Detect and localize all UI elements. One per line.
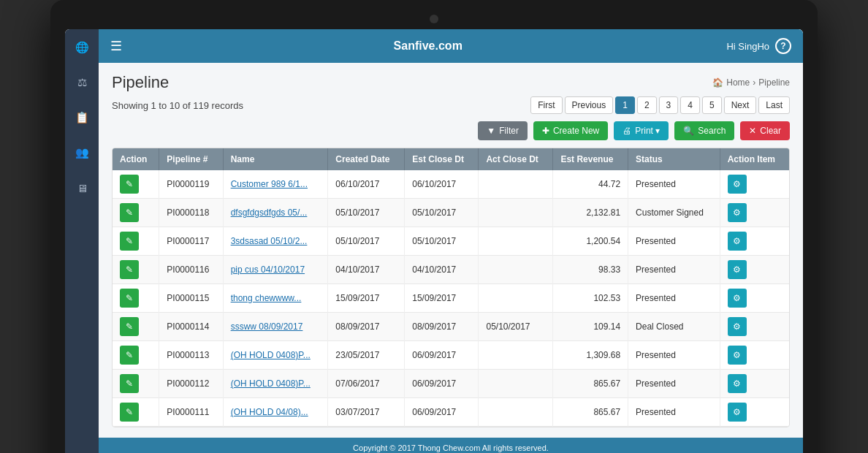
cell-act-close (479, 284, 553, 313)
edit-button[interactable]: ✎ (120, 175, 139, 194)
cell-revenue: 109.14 (553, 313, 628, 341)
sidebar-icon-monitor[interactable]: 🖥 (71, 177, 93, 199)
breadcrumb-separator: › (753, 77, 755, 88)
cell-created: 23/05/2017 (328, 341, 405, 370)
cell-est-close: 06/09/2017 (405, 370, 479, 398)
name-link[interactable]: (OH HOLD 04/08)... (231, 407, 308, 417)
table-row: ✎ PI0000118 dfsgfdgsdfgds 05/... 05/10/2… (113, 199, 789, 227)
records-info: Showing 1 to 10 of 119 records (112, 100, 243, 111)
cell-pipeline: PI0000113 (159, 341, 223, 370)
pagination-next[interactable]: Next (724, 96, 757, 114)
cell-action-item: ⚙ (720, 256, 789, 284)
name-link[interactable]: (OH HOLD 0408)P... (231, 350, 311, 360)
cell-name: (OH HOLD 0408)P... (223, 341, 328, 370)
pagination-last[interactable]: Last (758, 96, 790, 114)
cell-action: ✎ (113, 341, 159, 370)
table-row: ✎ PI0000111 (OH HOLD 04/08)... 03/07/201… (113, 398, 789, 427)
table-row: ✎ PI0000117 3sdsasad 05/10/2... 05/10/20… (113, 227, 789, 256)
cell-created: 03/07/2017 (328, 398, 405, 427)
edit-button[interactable]: ✎ (120, 346, 139, 365)
cell-est-close: 04/10/2017 (405, 256, 479, 284)
breadcrumb: 🏠 Home › Pipeline (712, 77, 790, 88)
action-item-button[interactable]: ⚙ (728, 317, 747, 336)
cell-revenue: 1,200.54 (553, 227, 628, 256)
col-action: Action (113, 148, 159, 170)
sidebar-icon-people[interactable]: 👥 (71, 142, 93, 164)
clear-button[interactable]: ✕ Clear (740, 121, 790, 140)
pagination-first[interactable]: First (530, 96, 562, 114)
help-button[interactable]: ? (775, 38, 791, 54)
action-item-button[interactable]: ⚙ (728, 232, 747, 251)
cell-action-item: ⚙ (720, 341, 789, 370)
pagination-previous[interactable]: Previous (565, 96, 614, 114)
search-button[interactable]: 🔍 Search (674, 121, 734, 140)
user-greeting: Hi SingHo (726, 41, 769, 52)
cell-status: Presented (628, 227, 720, 256)
cell-pipeline: PI0000114 (159, 313, 223, 341)
cell-action: ✎ (113, 398, 159, 427)
page-header: Pipeline 🏠 Home › Pipeline (112, 73, 790, 92)
edit-button[interactable]: ✎ (120, 403, 139, 422)
cell-pipeline: PI0000112 (159, 370, 223, 398)
name-link[interactable]: 3sdsasad 05/10/2... (231, 236, 308, 246)
name-link[interactable]: Customer 989 6/1... (231, 179, 308, 189)
action-item-button[interactable]: ⚙ (728, 203, 747, 222)
table-row: ✎ PI0000114 sssww 08/09/2017 08/09/2017 … (113, 313, 789, 341)
cell-status: Presented (628, 256, 720, 284)
breadcrumb-home[interactable]: Home (726, 77, 750, 88)
action-item-button[interactable]: ⚙ (728, 289, 747, 308)
edit-button[interactable]: ✎ (120, 203, 139, 222)
navbar: ☰ Sanfive.com Hi SingHo ? (99, 29, 803, 63)
cell-pipeline: PI0000118 (159, 199, 223, 227)
cell-act-close (479, 199, 553, 227)
name-link[interactable]: (OH HOLD 0408)P... (231, 378, 311, 389)
cell-created: 06/10/2017 (328, 170, 405, 199)
edit-button[interactable]: ✎ (120, 317, 139, 336)
cell-action-item: ⚙ (720, 313, 789, 341)
cell-action: ✎ (113, 370, 159, 398)
pagination-row: Showing 1 to 10 of 119 records First Pre… (112, 96, 790, 114)
table-row: ✎ PI0000113 (OH HOLD 0408)P... 23/05/201… (113, 341, 789, 370)
name-link[interactable]: pip cus 04/10/2017 (231, 264, 305, 275)
home-icon: 🏠 (712, 77, 723, 88)
pagination-page-2[interactable]: 2 (637, 96, 657, 114)
filter-button[interactable]: ▼ Filter (478, 121, 528, 140)
cell-name: (OH HOLD 04/08)... (223, 398, 328, 427)
search-icon: 🔍 (683, 126, 694, 136)
cell-act-close: 05/10/2017 (479, 313, 553, 341)
pagination-page-1[interactable]: 1 (615, 96, 635, 114)
action-item-button[interactable]: ⚙ (728, 175, 747, 194)
cell-est-close: 06/09/2017 (405, 341, 479, 370)
menu-hamburger-icon[interactable]: ☰ (110, 38, 122, 54)
pagination-page-4[interactable]: 4 (680, 96, 700, 114)
name-link[interactable]: sssww 08/09/2017 (231, 321, 303, 332)
action-item-button[interactable]: ⚙ (728, 374, 747, 393)
col-pipeline: Pipeline # (159, 148, 223, 170)
sidebar-icon-balance[interactable]: ⚖ (71, 72, 93, 94)
cell-status: Presented (628, 341, 720, 370)
cell-action: ✎ (113, 256, 159, 284)
action-item-button[interactable]: ⚙ (728, 403, 747, 422)
name-link[interactable]: dfsgfdgsdfgds 05/... (231, 208, 308, 218)
pagination-page-3[interactable]: 3 (659, 96, 679, 114)
cell-est-close: 05/10/2017 (405, 199, 479, 227)
action-item-button[interactable]: ⚙ (728, 346, 747, 365)
create-new-button[interactable]: ✚ Create New (533, 121, 608, 140)
sidebar-icon-document[interactable]: 📋 (71, 107, 93, 129)
print-button[interactable]: 🖨 Print ▾ (614, 121, 669, 140)
action-item-button[interactable]: ⚙ (728, 260, 747, 279)
edit-button[interactable]: ✎ (120, 260, 139, 279)
cell-name: 3sdsasad 05/10/2... (223, 227, 328, 256)
edit-button[interactable]: ✎ (120, 289, 139, 308)
sidebar-icon-globe[interactable]: 🌐 (71, 37, 93, 58)
cell-created: 04/10/2017 (328, 256, 405, 284)
cell-act-close (479, 341, 553, 370)
edit-button[interactable]: ✎ (120, 374, 139, 393)
cell-pipeline: PI0000116 (159, 256, 223, 284)
cell-action: ✎ (113, 199, 159, 227)
cell-action-item: ⚙ (720, 227, 789, 256)
name-link[interactable]: thong chewwww... (231, 293, 302, 303)
col-est-close: Est Close Dt (405, 148, 479, 170)
edit-button[interactable]: ✎ (120, 232, 139, 251)
pagination-page-5[interactable]: 5 (702, 96, 722, 114)
